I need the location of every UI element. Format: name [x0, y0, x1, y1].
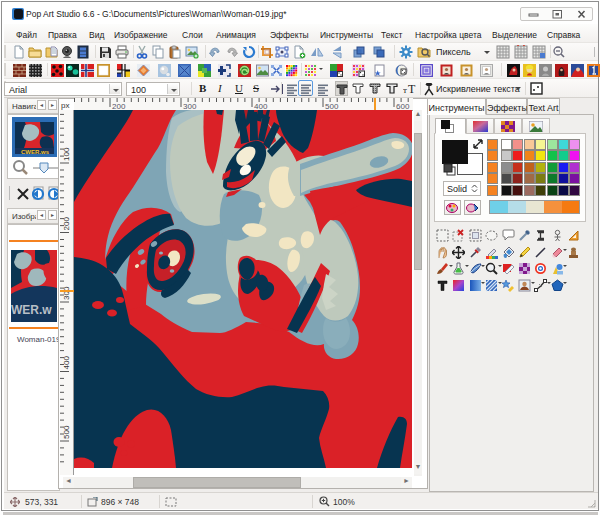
svg-text:100: 100: [62, 147, 71, 161]
svg-text:400: 400: [62, 356, 71, 370]
svg-text:T: T: [408, 82, 416, 95]
svg-text:300: 300: [62, 286, 71, 300]
svg-text:CWER.ws: CWER.ws: [21, 149, 50, 155]
svg-text:500: 500: [62, 425, 71, 439]
svg-text:200: 200: [62, 217, 71, 231]
svg-text:т: т: [403, 85, 407, 95]
svg-text:WER.w: WER.w: [11, 303, 52, 317]
